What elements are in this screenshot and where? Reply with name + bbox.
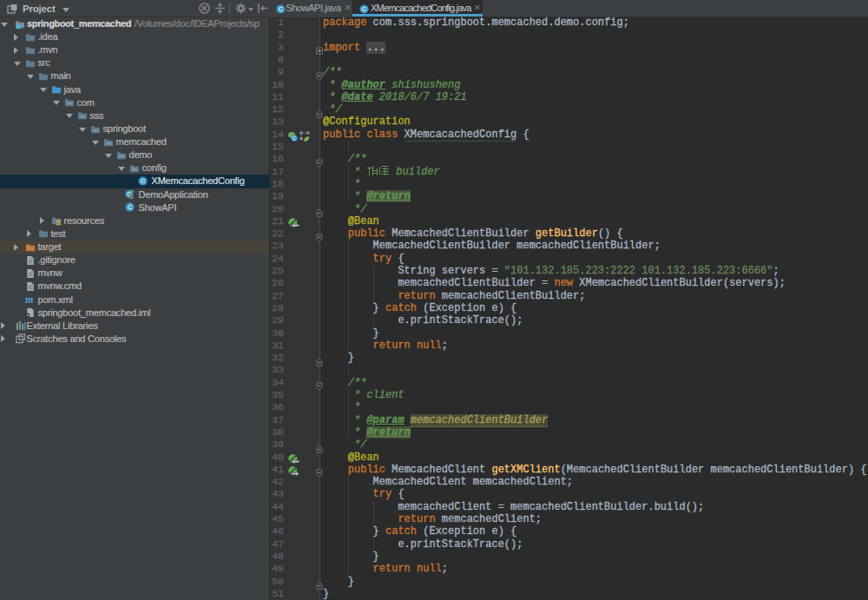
svg-text:C: C [128, 203, 133, 211]
svg-text:C: C [279, 5, 284, 13]
svg-text:C: C [141, 177, 146, 185]
svg-text:C: C [362, 5, 367, 13]
svg-text:m: m [25, 294, 33, 305]
